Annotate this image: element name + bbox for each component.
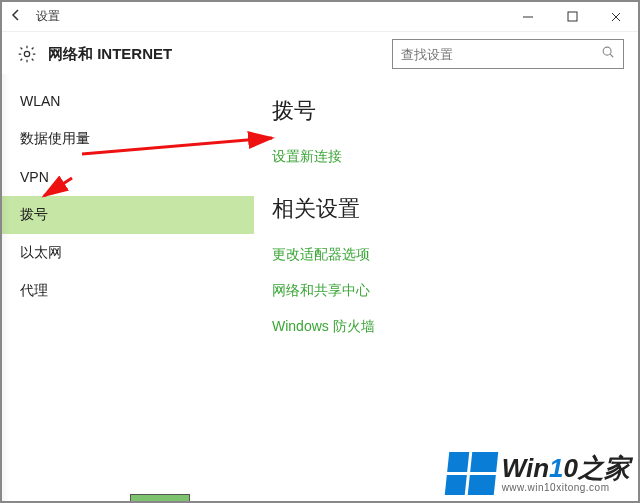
main-panel: 拨号 设置新连接 相关设置 更改适配器选项 网络和共享中心 Windows 防火… xyxy=(254,76,638,501)
sidebar-item-vpn[interactable]: VPN xyxy=(2,158,254,196)
watermark-url: www.win10xitong.com xyxy=(502,483,630,493)
sidebar-item-dialup[interactable]: 拨号 xyxy=(2,196,254,234)
link-change-adapter[interactable]: 更改适配器选项 xyxy=(272,246,620,264)
window-title: 设置 xyxy=(30,8,60,25)
sidebar-item-proxy[interactable]: 代理 xyxy=(2,272,254,310)
windows-logo-icon xyxy=(444,452,498,495)
watermark-accent: 1 xyxy=(549,453,563,483)
watermark-text: Win10之家 www.win10xitong.com xyxy=(502,455,630,493)
sidebar-item-label: 拨号 xyxy=(20,206,48,224)
watermark-tail: 之家 xyxy=(578,453,630,483)
watermark: Win10之家 www.win10xitong.com xyxy=(447,452,630,495)
svg-point-5 xyxy=(603,47,611,55)
close-button[interactable] xyxy=(594,2,638,32)
link-windows-firewall[interactable]: Windows 防火墙 xyxy=(272,318,620,336)
bottom-edge-fragment xyxy=(130,494,190,502)
sidebar-item-label: VPN xyxy=(20,169,49,185)
minimize-button[interactable] xyxy=(506,2,550,32)
watermark-prefix: Win xyxy=(502,453,549,483)
sidebar-item-ethernet[interactable]: 以太网 xyxy=(2,234,254,272)
titlebar: 设置 xyxy=(2,2,638,32)
sidebar-item-label: WLAN xyxy=(20,93,60,109)
svg-rect-1 xyxy=(568,12,577,21)
search-input[interactable] xyxy=(401,47,601,62)
search-icon xyxy=(601,45,615,63)
edge-shadow xyxy=(2,74,10,503)
svg-point-4 xyxy=(24,51,29,56)
page-header: 网络和 INTERNET xyxy=(2,32,638,76)
content-area: WLAN 数据使用量 VPN 拨号 以太网 代理 拨号 设置新连接 相关设置 更… xyxy=(2,76,638,501)
maximize-button[interactable] xyxy=(550,2,594,32)
sidebar: WLAN 数据使用量 VPN 拨号 以太网 代理 xyxy=(2,76,254,501)
sidebar-item-datausage[interactable]: 数据使用量 xyxy=(2,120,254,158)
sidebar-item-label: 代理 xyxy=(20,282,48,300)
watermark-zero: 0 xyxy=(564,453,578,483)
link-network-sharing-center[interactable]: 网络和共享中心 xyxy=(272,282,620,300)
svg-line-6 xyxy=(610,54,613,57)
back-button[interactable] xyxy=(2,8,30,26)
page-title: 网络和 INTERNET xyxy=(48,45,172,64)
sidebar-item-label: 数据使用量 xyxy=(20,130,90,148)
section-title-related: 相关设置 xyxy=(272,194,620,224)
sidebar-item-wlan[interactable]: WLAN xyxy=(2,82,254,120)
sidebar-item-label: 以太网 xyxy=(20,244,62,262)
section-title-dialup: 拨号 xyxy=(272,96,620,126)
link-setup-new-connection[interactable]: 设置新连接 xyxy=(272,148,620,166)
search-box[interactable] xyxy=(392,39,624,69)
gear-icon xyxy=(16,43,38,65)
